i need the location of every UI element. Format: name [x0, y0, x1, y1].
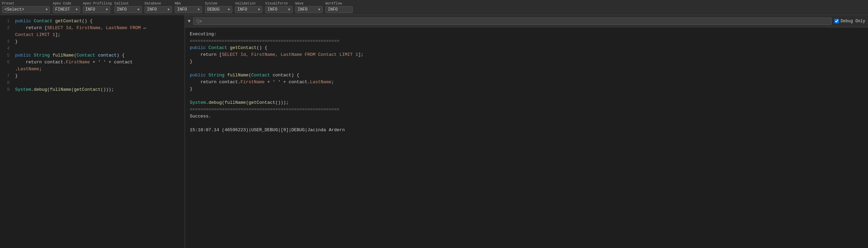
debug-only-wrap: Debug Only — [834, 19, 865, 24]
log-line: ========================================… — [190, 106, 863, 113]
validation-group: Validation INFO ▼ — [235, 2, 262, 13]
preset-group: Preset <Select> ▼ — [2, 2, 50, 13]
debug-only-label: Debug Only — [841, 19, 865, 24]
line-content: public Contact getContact() { — [15, 18, 182, 25]
nba-value: INFO — [177, 7, 187, 12]
line-content: public String fullName(Contact contact) … — [15, 52, 182, 59]
apex-profiling-chevron-icon: ▼ — [106, 8, 108, 12]
system-select[interactable]: DEBUG ▼ — [205, 6, 232, 13]
code-line-8: 8 — [0, 79, 185, 86]
main-area: 1 public Contact getContact() { 2 return… — [0, 15, 868, 248]
preset-value: <Select> — [4, 7, 24, 12]
wave-group: Wave INFO ▼ — [295, 2, 323, 13]
log-line: } — [190, 58, 863, 65]
line-number: 8 — [3, 79, 10, 86]
wave-value: INFO — [298, 7, 308, 12]
code-line-2b: Contact LIMIT 1]; — [0, 32, 185, 38]
line-number: 6 — [3, 59, 10, 66]
log-line — [190, 65, 863, 72]
apex-code-select[interactable]: FINEST ▼ — [53, 6, 80, 13]
visualforce-chevron-icon: ▼ — [288, 8, 290, 12]
code-line-7: 7 } — [0, 73, 185, 79]
log-line: Executing: — [190, 31, 863, 38]
log-line — [190, 92, 863, 99]
workflow-value: INFO — [328, 7, 338, 12]
code-line-4: 4 — [0, 45, 185, 52]
log-line: Success. — [190, 113, 863, 120]
apex-code-group: Apex Code FINEST ▼ — [53, 2, 80, 13]
apex-code-value: FINEST — [55, 7, 70, 12]
log-line — [190, 120, 863, 127]
nba-label: NBA — [175, 2, 181, 5]
validation-chevron-icon: ▼ — [258, 8, 260, 12]
code-editor[interactable]: 1 public Contact getContact() { 2 return… — [0, 15, 185, 248]
line-content: Contact LIMIT 1]; — [15, 32, 182, 38]
wave-label: Wave — [295, 2, 303, 5]
database-group: Database INFO ▼ — [145, 2, 172, 13]
log-panel: ▼ Debug Only Executing: ================… — [185, 15, 868, 248]
line-content: return contact.FirstName + ' ' + contact — [15, 59, 182, 66]
visualforce-group: Visualforce INFO ▼ — [265, 2, 293, 13]
database-value: INFO — [147, 7, 157, 12]
visualforce-label: Visualforce — [265, 2, 288, 5]
system-chevron-icon: ▼ — [228, 8, 230, 12]
apex-profiling-select[interactable]: INFO ▼ — [83, 6, 110, 13]
validation-value: INFO — [237, 7, 247, 12]
system-label: System — [205, 2, 217, 5]
filter-icon: ▼ — [188, 18, 190, 24]
callout-select[interactable]: INFO ▼ — [114, 6, 142, 13]
wave-chevron-icon: ▼ — [318, 8, 320, 12]
line-number: 7 — [3, 73, 10, 79]
system-value: DEBUG — [207, 7, 220, 12]
callout-chevron-icon: ▼ — [137, 8, 139, 12]
log-search-input[interactable] — [193, 17, 832, 25]
line-number: 9 — [3, 86, 10, 93]
workflow-label: Workflow — [325, 2, 342, 5]
wave-select[interactable]: INFO ▼ — [295, 6, 323, 13]
line-number: 3 — [3, 38, 10, 45]
line-content: } — [15, 73, 182, 79]
log-line: public Contact getContact() { — [190, 45, 863, 51]
log-line: return contact.FirstName + ' ' + contact… — [190, 79, 863, 86]
line-number: 5 — [3, 52, 10, 59]
validation-label: Validation — [235, 2, 256, 5]
code-line-6b: .LastName; — [0, 66, 185, 73]
line-number: 2 — [3, 25, 10, 32]
code-line-5: 5 public String fullName(Contact contact… — [0, 52, 185, 59]
preset-select[interactable]: <Select> ▼ — [2, 6, 50, 13]
log-line: 15:10:07.14 (46596223)|USER_DEBUG|[9]|DE… — [190, 127, 863, 134]
database-select[interactable]: INFO ▼ — [145, 6, 172, 13]
preset-label: Preset — [2, 2, 14, 5]
log-line: return [SELECT Id, FirstName, LastName F… — [190, 51, 863, 58]
line-number: 1 — [3, 18, 10, 25]
apex-profiling-label: Apex Profiling — [83, 2, 112, 5]
log-line: public String fullName(Contact contact) … — [190, 72, 863, 79]
line-content: System.debug(fullName(getContact())); — [15, 86, 182, 93]
visualforce-select[interactable]: INFO ▼ — [265, 6, 293, 13]
database-chevron-icon: ▼ — [168, 8, 170, 12]
line-content: return [SELECT Id, FirstName, LastName F… — [15, 25, 182, 32]
preset-chevron-icon: ▼ — [46, 8, 48, 12]
log-line: System.debug(fullName(getContact())); — [190, 99, 863, 106]
debug-only-checkbox[interactable] — [834, 19, 839, 23]
code-line-6: 6 return contact.FirstName + ' ' + conta… — [0, 59, 185, 66]
workflow-select[interactable]: INFO — [325, 6, 353, 13]
visualforce-value: INFO — [268, 7, 277, 12]
callout-group: Callout INFO ▼ — [114, 2, 142, 13]
code-line-2: 2 return [SELECT Id, FirstName, LastName… — [0, 25, 185, 32]
nba-select[interactable]: INFO ▼ — [175, 6, 202, 13]
code-line-9: 9 System.debug(fullName(getContact())); — [0, 86, 185, 93]
workflow-group: Workflow INFO — [325, 2, 353, 13]
log-content[interactable]: Executing: =============================… — [185, 27, 868, 248]
apex-code-chevron-icon: ▼ — [76, 8, 78, 12]
database-label: Database — [145, 2, 161, 5]
log-line: ========================================… — [190, 38, 863, 45]
callout-value: INFO — [117, 7, 127, 12]
validation-select[interactable]: INFO ▼ — [235, 6, 262, 13]
code-line-1: 1 public Contact getContact() { — [0, 18, 185, 25]
log-toolbar: ▼ Debug Only — [185, 15, 868, 27]
line-number: 4 — [3, 45, 10, 52]
code-line-3: 3 } — [0, 38, 185, 45]
nba-group: NBA INFO ▼ — [175, 2, 202, 13]
apex-code-label: Apex Code — [53, 2, 71, 5]
